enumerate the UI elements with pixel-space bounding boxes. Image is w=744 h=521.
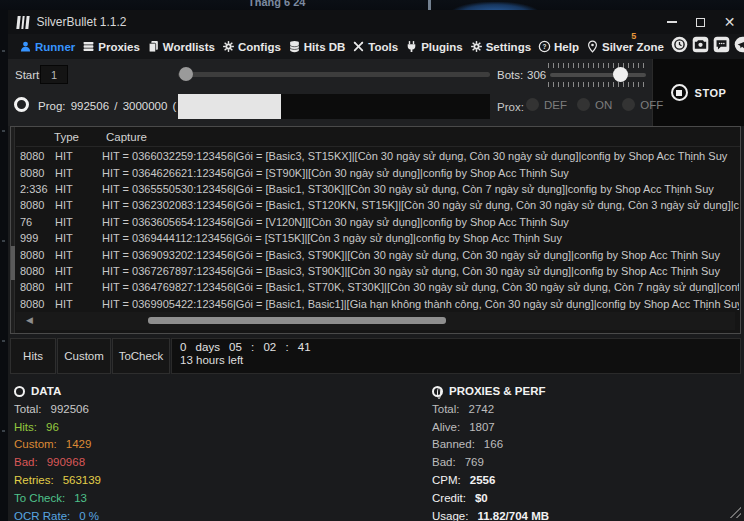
table-row[interactable]: 8080HITHIT = 0362302083:123456|Gói = [Ba… [16,197,739,213]
window-title: SilverBullet 1.1.2 [37,15,127,29]
stop-icon [671,84,688,101]
menu-item-help[interactable]: ?Help [538,40,579,53]
table-row[interactable]: 8080HITHIT = 0369093202:123456|Gói = [Ba… [16,246,739,262]
menu-item-runner[interactable]: Runner [19,40,75,53]
stat-value: 563139 [63,474,101,486]
proxies-servers-icon [82,40,95,53]
chat-icon [713,36,730,57]
cell-proxy: 76 [20,216,52,228]
settings-gear-icon [470,40,483,53]
stat-label: Custom: [14,438,57,450]
table-row[interactable]: 8080HITHIT = 0367267897:123456|Gói = [Ba… [16,263,739,279]
start-input[interactable] [40,65,68,84]
stat-label: OCR Rate: [14,510,70,521]
horizontal-scrollbar-thumb[interactable] [148,317,446,324]
stat-row-retries-: Retries:563139 [14,471,101,489]
stat-row-banned-: Banned:166 [432,436,549,454]
help-circle-icon: ? [538,40,551,53]
horizontal-scrollbar[interactable]: ◀ [16,312,735,330]
prox-option-label: ON [595,99,612,111]
prox-option-off[interactable]: OFF [622,98,663,111]
desktop-calendar-text: Tháng 6 24 [248,0,305,8]
stat-row-usage-: Usage:11.82/704 MB [432,507,549,521]
table-row[interactable]: 8080HITHIT = 0364769827:123456|Gói = [Ba… [16,279,739,295]
tab-tocheck[interactable]: ToCheck [112,338,170,374]
maximize-icon [696,18,705,27]
table-row[interactable]: 2:336HITHIT = 0365550530:123456|Gói = [B… [16,181,739,197]
stat-row-ocr-rate-: OCR Rate:0 % [14,507,101,521]
stat-label: Hits: [14,421,37,433]
table-row[interactable]: 8080HITHIT = 0366032259:123456|Gói = [Ba… [16,148,739,164]
app-window: SilverBullet 1.1.2 ✕ RunnerProxiesWordli… [8,10,744,521]
stat-row-bad-: Bad:990968 [14,453,101,471]
table-row[interactable]: 999HITHIT = 0369444112:123456|Gói = [ST1… [16,230,739,246]
minimize-button[interactable] [657,10,686,34]
tab-custom[interactable]: Custom [57,338,111,374]
menu-item-wordlists[interactable]: Wordlists [147,40,215,53]
cell-type: HIT [55,183,73,195]
results-tabs: HitsCustomToCheck [10,338,170,374]
camera-button[interactable] [692,36,709,57]
prox-option-label: DEF [544,99,567,111]
bots-slider-handle[interactable] [613,67,628,82]
stop-button[interactable]: STOP [652,59,744,126]
stat-row-custom-: Custom:1429 [14,436,101,454]
prox-option-on[interactable]: ON [577,98,612,111]
menu-item-silver-zone[interactable]: 5Silver Zone [586,40,664,53]
prox-option-def[interactable]: DEF [526,98,567,111]
menu-item-settings[interactable]: Settings [470,40,531,53]
progress-ring-icon [14,97,29,112]
stat-label: Retries: [14,474,54,486]
stat-value: 0 % [79,510,99,521]
bots-value: 306 [527,69,546,81]
column-header-capture[interactable]: Capture [106,131,147,143]
menu-item-plugins[interactable]: Plugins [405,40,463,53]
bots-ruler-ticks [548,63,648,68]
bots-label: Bots: [497,69,523,81]
menu-item-proxies[interactable]: Proxies [82,40,140,53]
cell-capture: HIT = 0363605654:123456|Gói = [V120N]|[C… [102,216,739,228]
silver-zone-pin-icon [586,40,599,53]
configs-gear-icon [222,40,235,53]
cell-type: HIT [55,150,73,162]
vertical-scrollbar-thumb[interactable] [11,246,15,280]
menu-item-tools[interactable]: Tools [352,40,398,53]
menu-item-label: Tools [368,41,398,53]
vertical-scrollbar[interactable] [11,127,15,333]
maximize-button[interactable] [686,10,715,34]
stat-row-hits-: Hits:96 [14,418,101,436]
chat-button[interactable] [713,36,730,57]
table-row[interactable]: 76HITHIT = 0363605654:123456|Gói = [V120… [16,214,739,230]
proxies-stats-section: PROXIES & PERF Total:2742Alive:1807Banne… [432,382,549,521]
start-slider-handle[interactable] [179,67,193,81]
telegram-button[interactable] [734,36,744,57]
scroll-left-arrow-icon[interactable]: ◀ [26,315,33,325]
cell-type: HIT [55,298,73,310]
menu-item-hits-db[interactable]: Hits DB [288,40,346,53]
stat-label: Usage: [432,510,468,521]
close-button[interactable]: ✕ [715,10,744,34]
prox-options: DEFONOFF [526,98,663,111]
cell-proxy: 8080 [20,167,52,179]
cell-type: HIT [55,265,73,277]
remaining-time: 13 hours left [180,354,740,366]
history-button[interactable] [671,36,688,57]
column-header-type[interactable]: Type [54,131,79,143]
start-slider[interactable] [178,72,490,77]
bots-slider[interactable] [550,73,646,77]
table-row[interactable]: 8080HITHIT = 0369905422:123456|Gói = [Ba… [16,296,739,312]
menu-item-configs[interactable]: Configs [222,40,281,53]
timer-panel: 0 days 05 : 02 : 41 13 hours left [171,338,741,374]
table-row[interactable]: 8080HITHIT = 0364626621:123456|Gói = [ST… [16,164,739,180]
data-stats-title: DATA [31,385,61,397]
camera-icon [692,36,709,57]
tab-hits[interactable]: Hits [10,338,56,374]
progress-bar-fill [178,94,281,119]
cell-proxy: 2:336 [20,183,52,195]
cell-proxy: 8080 [20,199,52,211]
minimize-icon [667,21,677,23]
prox-option-label: OFF [640,99,663,111]
proxies-stats-header: PROXIES & PERF [432,382,549,400]
menu-icon-buttons [671,36,744,57]
stat-value: 166 [484,438,503,450]
